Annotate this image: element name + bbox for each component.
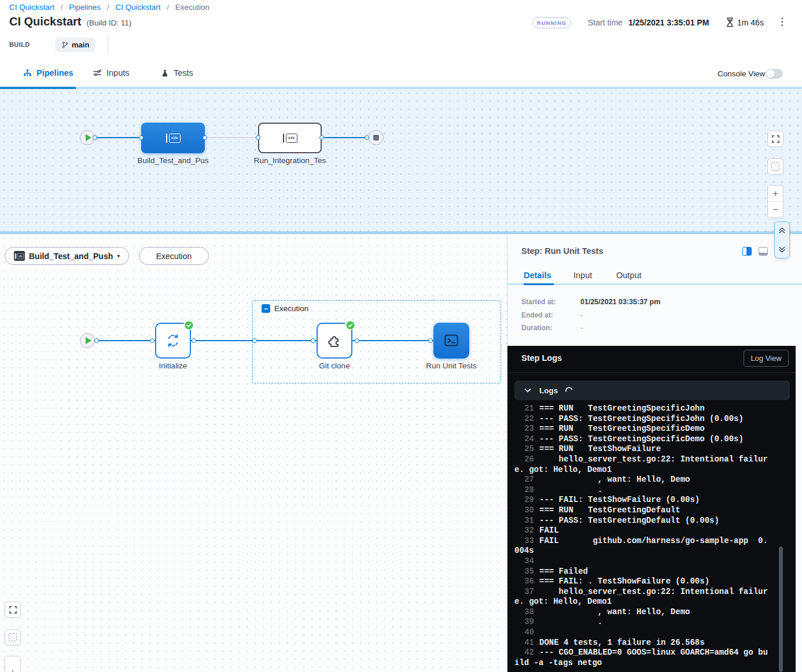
step-node-run-unit-tests[interactable] <box>433 323 469 359</box>
log-line: 39 . <box>514 617 770 627</box>
step-logs-section: Step Logs Log View Logs 21=== RUN TestGr <box>507 346 802 672</box>
fullscreen-button[interactable] <box>5 601 21 618</box>
branch-name: main <box>72 40 89 49</box>
console-view-label: Console View <box>718 69 765 78</box>
breadcrumb-link-pipelines[interactable]: Pipelines <box>69 3 101 12</box>
breadcrumb-separator: / <box>167 3 169 12</box>
field-value: 01/25/2021 03:35:37 pm <box>580 298 660 306</box>
tab-details[interactable]: Details <box>524 271 551 280</box>
logs-scrollbar-thumb[interactable] <box>779 547 783 672</box>
stage-steps-canvas[interactable]: Build_Test_and_Push ▾ Execution − Execut… <box>0 234 507 672</box>
collapse-group-icon[interactable]: − <box>262 304 270 313</box>
log-line-number: 26 <box>514 455 534 465</box>
log-line: 38 , want: Hello, Demo <box>514 607 770 618</box>
connector-port <box>139 135 144 140</box>
connector-port <box>150 338 154 343</box>
log-line-number: 25 <box>514 444 534 455</box>
log-line: 40 <box>514 627 770 638</box>
double-chevron-down-icon[interactable] <box>778 246 786 254</box>
tab-inputs[interactable]: Inputs <box>93 68 130 77</box>
fullscreen-button[interactable] <box>767 131 783 147</box>
stage-label: Run_Integration_Tes <box>247 156 333 165</box>
log-line-text: === RUN TestGreetingSpecificDemo <box>539 424 705 433</box>
log-line-number: 36 <box>514 577 534 587</box>
stage-node-build-test-and-push[interactable] <box>141 123 205 153</box>
marquee-select-button[interactable] <box>767 158 783 175</box>
zoom-out-button[interactable]: − <box>768 202 783 217</box>
breadcrumb-separator: / <box>107 3 109 12</box>
log-line-number: 32 <box>514 526 534 536</box>
step-panel-title: Step: Run Unit Tests <box>521 246 604 256</box>
double-chevron-up-icon[interactable] <box>778 226 786 234</box>
step-label: Run Unit Tests <box>423 361 480 370</box>
logs-accordion-header[interactable]: Logs <box>514 381 790 400</box>
log-line: 26 hello_server_test.go:22: Intentional … <box>514 455 770 475</box>
title-row: CI Quickstart (Build ID: 11) <box>9 15 131 28</box>
log-line: 32FAIL <box>514 526 770 536</box>
log-line-text: --- PASS: TestGreetingSpecificJohn (0.00… <box>539 414 744 423</box>
field-label: Started at: <box>521 298 580 306</box>
pipeline-canvas[interactable]: Build_Test_and_Pus Run_Integration_Tes +… <box>0 89 802 231</box>
log-line-number: 29 <box>514 495 534 505</box>
stage-node-run-integration-test[interactable] <box>258 123 322 153</box>
zoom-in-button[interactable]: + <box>5 656 20 672</box>
tab-input[interactable]: Input <box>573 271 592 280</box>
zoom-in-button[interactable]: + <box>768 186 783 201</box>
tab-output[interactable]: Output <box>616 271 642 280</box>
tab-pipelines[interactable]: Pipelines <box>23 68 73 77</box>
breadcrumb-link-pipeline[interactable]: CI Quickstart <box>115 3 160 12</box>
play-icon <box>86 337 91 344</box>
logs-terminal: Step Logs Log View Logs 21=== RUN TestGr <box>507 346 796 672</box>
terminal-icon <box>442 331 461 350</box>
step-node-git-clone[interactable] <box>317 323 352 359</box>
stage-selector-dropdown[interactable]: Build_Test_and_Push ▾ <box>5 247 129 265</box>
log-line-text: --- PASS: TestGreetingSpecificDemo (0.00… <box>539 434 744 444</box>
more-options-menu-icon[interactable]: ⋮ <box>777 16 787 28</box>
log-line-text: . <box>539 617 602 626</box>
inputs-sliders-icon <box>93 69 102 77</box>
log-line-number: 40 <box>514 627 534 638</box>
connector-port <box>94 338 99 343</box>
log-line-number: 27 <box>514 475 534 485</box>
steps-start-node <box>80 333 95 348</box>
edge-stage1-stage2 <box>203 137 262 138</box>
log-line: 37 hello_server_test.go:22: Intentional … <box>514 587 770 607</box>
header-divider <box>108 35 108 54</box>
tests-flask-icon <box>161 69 169 77</box>
step-node-initialize[interactable] <box>155 323 191 359</box>
log-line-text: hello_server_test.go:22: Intentional fai… <box>514 587 768 607</box>
breadcrumb-link-project[interactable]: CI Quickstart <box>9 3 54 12</box>
connector-port <box>365 135 369 140</box>
group-label-text: Execution <box>274 304 308 313</box>
logs-header-divider <box>507 372 796 373</box>
layout-bottom-panel-icon[interactable] <box>759 247 768 256</box>
marquee-select-button[interactable] <box>5 629 21 645</box>
tab-tests[interactable]: Tests <box>161 68 193 77</box>
log-line-number: 22 <box>514 414 534 424</box>
tab-bar: Pipelines Inputs Tests Console View <box>0 60 802 89</box>
success-check-badge <box>345 320 355 330</box>
execution-view-chip[interactable]: Execution <box>139 247 209 265</box>
log-line-number: 31 <box>514 516 534 526</box>
log-line-text: --- FAIL: TestShowFailure (0.00s) <box>539 495 700 504</box>
log-line-number: 35 <box>514 567 534 577</box>
ci-codebase-icon <box>166 134 181 143</box>
log-line: 22--- PASS: TestGreetingSpecificJohn (0.… <box>514 414 770 424</box>
elapsed-time: 1m 46s <box>737 18 764 27</box>
page-title: CI Quickstart <box>9 15 81 28</box>
log-line-number: 30 <box>514 505 534 516</box>
marquee-icon <box>9 633 17 641</box>
branch-chip[interactable]: main <box>55 38 95 52</box>
log-view-button[interactable]: Log View <box>744 350 789 367</box>
chevron-down-icon <box>524 388 531 393</box>
log-line-text: === Failed <box>539 567 588 576</box>
start-time-value: 1/25/2021 3:35:01 PM <box>628 18 709 27</box>
log-line: 35=== Failed <box>514 567 770 577</box>
execution-chip-label: Execution <box>156 252 192 261</box>
stop-icon <box>373 135 379 141</box>
start-time-label: Start time <box>588 18 623 27</box>
console-view-toggle[interactable] <box>766 69 783 79</box>
layout-right-panel-icon[interactable] <box>742 247 752 256</box>
panel-resize-chevrons[interactable] <box>774 221 790 259</box>
log-lines: 21=== RUN TestGreetingSpecificJohn 22---… <box>514 404 770 668</box>
